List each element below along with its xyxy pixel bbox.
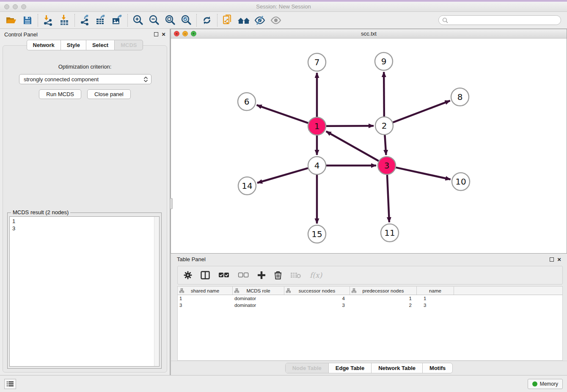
cell-name[interactable]: 1 [417, 296, 454, 301]
table-row[interactable]: 1dominator411 [178, 295, 562, 302]
graph-node-3[interactable]: 3 [378, 157, 396, 174]
network-graph[interactable]: 1234678910111415 [171, 39, 566, 251]
network-window: × − + scc.txt 1234678910111415 [171, 29, 567, 254]
select-all-columns-icon[interactable] [218, 272, 229, 278]
cell-shared-name[interactable]: 1 [178, 296, 233, 301]
show-all-icon[interactable] [268, 13, 284, 28]
mcds-result-title: MCDS result (2 nodes) [11, 209, 70, 215]
function-builder-icon[interactable]: f(x) [310, 271, 322, 279]
graph-node-1[interactable]: 1 [308, 117, 326, 135]
tab-motifs[interactable]: Motifs [423, 363, 452, 373]
export-table-icon[interactable] [93, 13, 109, 28]
column-header-shared-name[interactable]: shared name [178, 287, 233, 295]
memory-button[interactable]: Memory [528, 379, 563, 389]
zoom-out-icon[interactable] [146, 13, 162, 28]
graph-node-7[interactable]: 7 [308, 53, 326, 71]
column-header-successor-nodes[interactable]: successor nodes [284, 287, 350, 295]
clone-network-icon[interactable] [220, 13, 236, 28]
result-scrollbar[interactable] [154, 217, 159, 366]
cell-successor-nodes[interactable]: 4 [284, 296, 350, 301]
graph-node-15[interactable]: 15 [308, 225, 326, 243]
edge-2-3[interactable] [385, 135, 386, 155]
toolbar-separator [196, 14, 197, 27]
column-header-MCDS-role[interactable]: MCDS role [233, 287, 284, 295]
unselect-all-columns-icon[interactable] [238, 272, 249, 278]
cell-name[interactable]: 3 [417, 303, 454, 308]
zoom-selected-icon[interactable] [178, 13, 194, 28]
export-network-icon[interactable] [77, 13, 93, 28]
float-table-panel-icon[interactable] [550, 257, 554, 262]
result-line: 1 [12, 218, 157, 225]
zoom-fit-icon[interactable] [162, 13, 178, 28]
edge-3-1[interactable] [326, 131, 379, 161]
status-bar: Memory [0, 375, 567, 392]
column-header-predecessor-nodes[interactable]: predecessor nodes [350, 287, 417, 295]
graph-node-6[interactable]: 6 [238, 93, 256, 110]
edge-1-2[interactable] [326, 126, 374, 126]
run-mcds-button[interactable]: Run MCDS [39, 89, 81, 99]
delete-column-icon[interactable] [274, 271, 282, 279]
import-table-icon[interactable] [56, 13, 72, 28]
float-panel-icon[interactable] [154, 32, 158, 36]
close-table-panel-icon[interactable]: × [557, 257, 561, 262]
tab-mcds[interactable]: MCDS [114, 40, 143, 50]
column-layout-icon[interactable] [201, 271, 210, 279]
column-header-name[interactable]: name [417, 287, 454, 295]
first-neighbors-icon[interactable] [236, 13, 252, 28]
task-history-button[interactable] [4, 379, 16, 389]
svg-text:6: 6 [244, 97, 250, 107]
titlebar: Session: New Session [0, 0, 567, 12]
cell-predecessor-nodes[interactable]: 1 [350, 296, 417, 301]
main-area: Control Panel × NetworkStyleSelectMCDS O… [0, 29, 567, 375]
graph-node-4[interactable]: 4 [308, 157, 326, 174]
graph-node-14[interactable]: 14 [238, 177, 256, 195]
delete-table-icon[interactable] [290, 272, 301, 279]
control-panel: Control Panel × NetworkStyleSelectMCDS O… [0, 29, 171, 375]
search-field[interactable] [438, 15, 561, 25]
tab-node-table[interactable]: Node Table [286, 363, 329, 373]
search-input[interactable] [450, 17, 557, 23]
gear-icon[interactable] [184, 271, 192, 279]
list-icon [7, 381, 14, 387]
mcds-result-list[interactable]: 13 [9, 216, 160, 367]
tab-network[interactable]: Network [27, 40, 61, 50]
open-file-icon[interactable] [3, 13, 19, 28]
table-row[interactable]: 3dominator323 [178, 302, 562, 309]
graph-node-8[interactable]: 8 [451, 88, 469, 106]
edge-2-9[interactable] [384, 72, 384, 116]
tab-select[interactable]: Select [86, 40, 114, 50]
refresh-icon[interactable] [199, 13, 215, 28]
criterion-dropdown[interactable]: strongly connected component [19, 74, 151, 84]
graph-node-11[interactable]: 11 [381, 224, 399, 242]
toolbar-separator [217, 14, 217, 27]
svg-text:9: 9 [381, 56, 387, 66]
splitter-handle[interactable] [170, 198, 173, 209]
save-session-icon[interactable] [19, 13, 36, 28]
edge-3-11[interactable] [387, 175, 389, 222]
tab-style[interactable]: Style [61, 40, 86, 50]
add-column-icon[interactable] [257, 271, 266, 279]
edge-1-6[interactable] [257, 105, 308, 123]
edge-3-10[interactable] [396, 168, 450, 179]
graph-node-10[interactable]: 10 [452, 173, 470, 190]
graph-node-2[interactable]: 2 [375, 117, 393, 135]
edge-2-8[interactable] [393, 101, 450, 122]
svg-text:15: 15 [311, 229, 322, 239]
right-side: × − + scc.txt 1234678910111415 Table Pan… [171, 29, 567, 375]
cell-shared-name[interactable]: 3 [178, 303, 233, 308]
edge-4-14[interactable] [257, 168, 308, 183]
cell-predecessor-nodes[interactable]: 2 [350, 303, 417, 308]
cell-MCDS-role[interactable]: dominator [233, 303, 284, 308]
import-network-icon[interactable] [40, 13, 56, 28]
close-panel-icon[interactable]: × [162, 32, 165, 36]
zoom-in-icon[interactable] [130, 13, 146, 28]
tab-network-table[interactable]: Network Table [372, 363, 423, 373]
export-image-icon[interactable] [109, 13, 125, 28]
tab-edge-table[interactable]: Edge Table [329, 363, 372, 373]
hide-selected-icon[interactable] [252, 13, 268, 28]
network-canvas[interactable]: 1234678910111415 [171, 39, 567, 253]
cell-successor-nodes[interactable]: 3 [284, 303, 350, 308]
graph-node-9[interactable]: 9 [375, 52, 393, 70]
cell-MCDS-role[interactable]: dominator [233, 296, 284, 301]
close-panel-button[interactable]: Close panel [87, 89, 131, 99]
